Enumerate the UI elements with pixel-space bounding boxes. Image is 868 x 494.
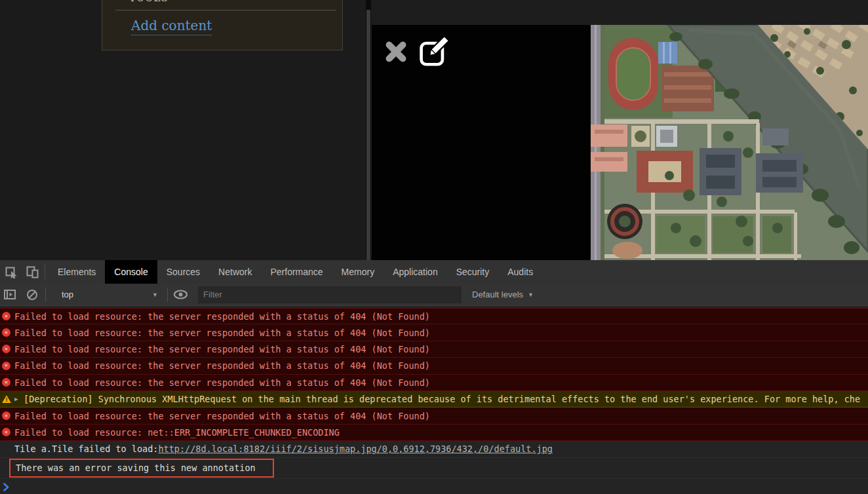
error-icon: ✕ [2,345,10,353]
console-message-text: There was an error saving this new annot… [16,463,256,473]
devtools-panel: ElementsConsoleSourcesNetworkPerformance… [0,260,868,494]
warning-icon: ! [2,395,11,403]
close-icon[interactable] [384,39,408,64]
console-prompt[interactable] [0,478,868,494]
error-icon: ✕ [2,411,10,420]
tab-elements[interactable]: Elements [49,260,105,284]
console-message-text: [Deprecation] Synchronous XMLHttpRequest… [24,394,860,404]
console-message-error: ✕Failed to load resource: the server res… [0,324,868,341]
image-viewer-pane [371,0,868,260]
page-scrollbar[interactable] [366,0,371,260]
console-drawer-icon[interactable] [1,286,18,304]
console-message-log: Tile a.Tile failed to load: http://8d.lo… [0,441,868,457]
tab-application[interactable]: Application [384,260,447,284]
context-selector[interactable]: top ▼ [56,286,163,303]
error-icon: ✕ [2,312,10,320]
prompt-chevron-icon [3,483,9,491]
scrollbar-thumb[interactable] [366,10,370,260]
default-levels-label: Default levels [472,290,523,299]
error-icon: ✕ [2,428,10,436]
console-message-error: ✕Failed to load resource: net::ERR_INCOM… [0,425,868,441]
divider [115,10,336,10]
browser-screen: TOOLS Add content [0,0,868,494]
tab-memory[interactable]: Memory [332,260,384,284]
inspect-icon[interactable] [3,263,20,281]
viewer-canvas [372,25,868,260]
devtools-tab-bar: ElementsConsoleSourcesNetworkPerformance… [0,260,868,284]
console-message-error: ✕Failed to load resource: the server res… [0,341,868,358]
caret-down-icon: ▼ [528,292,534,298]
context-selector-value: top [62,290,73,299]
tab-security[interactable]: Security [447,260,499,284]
eye-icon[interactable] [172,286,189,304]
error-icon: ✕ [2,328,10,337]
console-message-warning: !▶[Deprecation] Synchronous XMLHttpReque… [0,391,868,408]
console-message-text: Failed to load resource: the server resp… [14,311,430,322]
edit-icon[interactable] [418,35,450,67]
add-content-link[interactable]: Add content [131,18,212,35]
error-icon: ✕ [2,362,10,370]
default-levels-button[interactable]: Default levels ▼ [472,290,534,299]
divider [45,288,46,302]
console-link[interactable]: http://8d.local:8182/iiif/2/sisusjmap.jp… [158,444,552,454]
console-message-text: Failed to load resource: the server resp… [14,377,430,388]
console-message-text: Failed to load resource: the server resp… [14,328,430,338]
clear-console-icon[interactable] [24,286,41,304]
tools-panel: TOOLS Add content [102,0,343,50]
console-messages: ✕Failed to load resource: the server res… [0,306,868,494]
console-message-log: There was an error saving this new annot… [0,458,868,478]
tab-sources[interactable]: Sources [157,260,209,284]
caret-down-icon: ▼ [152,292,158,298]
console-message-text: Failed to load resource: the server resp… [14,411,430,421]
console-message-error: ✕Failed to load resource: the server res… [0,408,868,424]
console-message-error: ✕Failed to load resource: the server res… [0,375,868,391]
console-message-error: ✕Failed to load resource: the server res… [0,358,868,374]
console-message-text: Failed to load resource: net::ERR_INCOMP… [14,427,340,438]
filter-input[interactable] [198,286,462,303]
page-content-area: TOOLS Add content [0,0,868,260]
devtools-tabs: ElementsConsoleSourcesNetworkPerformance… [49,260,542,284]
error-icon: ✕ [2,378,10,387]
tab-performance[interactable]: Performance [261,260,332,284]
expand-arrow-icon[interactable]: ▶ [14,395,18,403]
device-toolbar-icon[interactable] [24,263,41,281]
console-message-text: Tile a.Tile failed to load: [14,444,158,454]
console-message-text: Failed to load resource: the server resp… [14,344,430,354]
console-message-text: Failed to load resource: the server resp… [14,360,430,371]
tools-panel-heading: TOOLS [129,0,168,4]
divider [167,288,168,302]
divider [45,265,45,279]
tab-console[interactable]: Console [105,260,157,284]
console-message-error: ✕Failed to load resource: the server res… [0,308,868,324]
annotation-error-highlight: There was an error saving this new annot… [9,459,274,478]
tab-audits[interactable]: Audits [498,260,542,284]
satellite-image[interactable] [591,25,868,260]
tab-network[interactable]: Network [209,260,261,284]
console-toolbar: top ▼ Default levels ▼ [0,284,868,306]
